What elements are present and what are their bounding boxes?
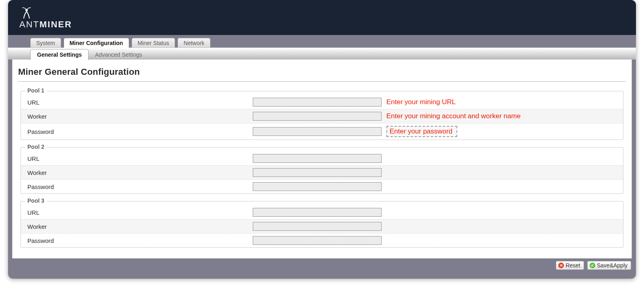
subtab-advanced-settings[interactable]: Advanced Settings <box>89 49 149 60</box>
subtab-general-settings[interactable]: General Settings <box>30 49 89 60</box>
tab-miner-status[interactable]: Miner Status <box>132 38 175 48</box>
url-label: URL <box>27 99 253 106</box>
form-row: URL <box>21 205 623 219</box>
form-row: Password <box>21 233 623 247</box>
title-separator <box>18 81 626 82</box>
form-row: URLEnter your mining URL <box>21 95 623 109</box>
body-area: SystemMiner ConfigurationMiner StatusNet… <box>8 35 636 279</box>
brand-text-thin: ANT <box>19 19 39 29</box>
pool-fieldset-1: Pool 1URLEnter your mining URLWorkerEnte… <box>21 91 623 140</box>
url-label: URL <box>27 155 253 162</box>
save-apply-button-label: Save&Apply <box>597 262 627 269</box>
worker-label: Worker <box>27 113 253 120</box>
worker-hint: Enter your mining account and worker nam… <box>386 112 521 120</box>
main-tabs: SystemMiner ConfigurationMiner StatusNet… <box>8 35 636 47</box>
pool-legend: Pool 3 <box>25 197 47 204</box>
form-row: WorkerEnter your mining account and work… <box>21 109 623 123</box>
url-label: URL <box>27 209 253 216</box>
reset-button-label: Reset <box>566 262 580 269</box>
form-row: Worker <box>21 165 623 179</box>
form-row: Password <box>21 179 623 193</box>
pool3-worker-input[interactable] <box>253 222 382 231</box>
password-label: Password <box>27 237 253 244</box>
password-label: Password <box>27 128 253 135</box>
pool1-password-input[interactable] <box>253 127 382 136</box>
pool2-password-input[interactable] <box>253 182 382 191</box>
pool-legend: Pool 2 <box>25 144 47 150</box>
pool-fieldset-2: Pool 2URLWorkerPassword <box>21 147 623 194</box>
brand-text: ANTMINER <box>19 19 72 30</box>
sub-tabs: General SettingsAdvanced Settings <box>8 47 636 60</box>
pool-legend: Pool 1 <box>25 87 47 94</box>
pool3-url-input[interactable] <box>253 208 382 217</box>
pool2-worker-input[interactable] <box>253 168 382 177</box>
pool1-worker-input[interactable] <box>253 112 382 121</box>
close-circle-icon: ✕ <box>558 263 564 268</box>
tab-miner-configuration[interactable]: Miner Configuration <box>64 38 129 48</box>
tab-system[interactable]: System <box>30 38 61 48</box>
pool-fieldset-3: Pool 3URLWorkerPassword <box>21 201 623 248</box>
brand-text-bold: MINER <box>39 19 72 29</box>
password-hint: Enter your password <box>386 126 457 137</box>
form-row: PasswordEnter your password <box>21 123 623 140</box>
page-title: Miner General Configuration <box>18 67 626 77</box>
form-row: Worker <box>21 219 623 233</box>
header-bar: ANTMINER <box>8 0 636 35</box>
content-panel: Miner General Configuration Pool 1URLEnt… <box>12 60 632 259</box>
antminer-icon <box>19 7 72 18</box>
pool2-url-input[interactable] <box>253 154 382 163</box>
brand-logo: ANTMINER <box>19 7 72 30</box>
save-apply-button[interactable]: ✓ Save&Apply <box>587 261 631 270</box>
worker-label: Worker <box>27 223 253 230</box>
footer-actions: ✕ Reset ✓ Save&Apply <box>8 259 636 275</box>
app-frame: ANTMINER SystemMiner ConfigurationMiner … <box>8 0 636 279</box>
worker-label: Worker <box>27 169 253 176</box>
tab-network[interactable]: Network <box>178 38 210 48</box>
form-row: URL <box>21 152 623 165</box>
reset-button[interactable]: ✕ Reset <box>556 261 584 270</box>
check-circle-icon: ✓ <box>590 263 595 268</box>
url-hint: Enter your mining URL <box>386 98 456 106</box>
password-label: Password <box>27 183 253 190</box>
pool3-password-input[interactable] <box>253 236 382 245</box>
pool1-url-input[interactable] <box>253 98 382 107</box>
